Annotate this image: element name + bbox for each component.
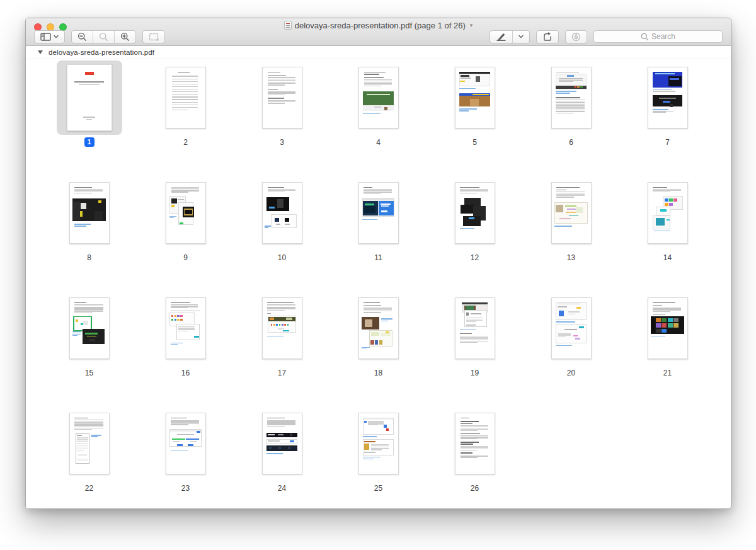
- page-thumbnail-21[interactable]: 21: [619, 291, 716, 378]
- page-preview[interactable]: [358, 413, 399, 474]
- crop-button[interactable]: [142, 30, 165, 43]
- page-thumbnail-26[interactable]: 26: [427, 406, 523, 493]
- page-preview[interactable]: [262, 413, 302, 474]
- highlight-button[interactable]: [490, 31, 513, 43]
- title-chevron-down-icon[interactable]: ▾: [470, 22, 473, 28]
- page-number: 25: [374, 483, 384, 493]
- page-thumbnail-18[interactable]: 18: [330, 291, 427, 378]
- page-thumbnail-24[interactable]: 24: [234, 406, 330, 493]
- page-thumbnail-9[interactable]: 9: [137, 176, 234, 263]
- thumbnail-frame: [249, 60, 315, 135]
- page-preview[interactable]: [69, 413, 110, 474]
- page-preview[interactable]: [69, 297, 110, 359]
- page-number: 11: [374, 253, 384, 263]
- page-preview[interactable]: [166, 182, 206, 244]
- zoom-in-button[interactable]: [115, 31, 135, 43]
- page-number: 6: [566, 137, 576, 147]
- thumbnail-frame: [346, 176, 411, 250]
- page-thumbnail-1[interactable]: 1: [41, 60, 137, 147]
- highlight-menu-button[interactable]: [513, 31, 529, 43]
- page-thumbnail-8[interactable]: 8: [41, 176, 137, 263]
- chevron-down-icon: [518, 35, 524, 38]
- page-thumbnail-25[interactable]: 25: [330, 406, 427, 493]
- page-preview[interactable]: [455, 67, 495, 129]
- thumbnail-frame: [442, 291, 508, 365]
- page-thumbnail-15[interactable]: 15: [41, 291, 137, 378]
- page-number: 21: [663, 368, 673, 378]
- page-number: 26: [470, 483, 480, 493]
- zoom-out-button[interactable]: [72, 31, 93, 43]
- page-thumbnail-5[interactable]: 5: [427, 60, 523, 147]
- thumbnail-grid: 1234567891011121314151617181920212223242…: [41, 60, 731, 493]
- page-thumbnail-7[interactable]: 7: [619, 60, 716, 147]
- thumbnail-frame: [57, 406, 122, 481]
- page-number: 12: [470, 253, 480, 263]
- page-preview[interactable]: [551, 182, 592, 244]
- page-preview[interactable]: [262, 67, 302, 129]
- page-preview[interactable]: [358, 67, 399, 129]
- page-number: 14: [663, 253, 673, 263]
- page-preview[interactable]: [262, 182, 302, 244]
- page-number: 10: [277, 253, 287, 263]
- page-number: 5: [470, 137, 480, 147]
- page-thumbnail-20[interactable]: 20: [523, 291, 619, 378]
- page-thumbnail-13[interactable]: 13: [523, 176, 619, 263]
- page-thumbnail-17[interactable]: 17: [234, 291, 330, 378]
- page-preview[interactable]: [455, 413, 495, 474]
- page-thumbnail-3[interactable]: 3: [234, 60, 330, 147]
- smart-zoom-button[interactable]: [93, 31, 115, 43]
- page-number: 24: [277, 483, 287, 493]
- page-thumbnail-11[interactable]: 11: [330, 176, 427, 263]
- window-title: delovaya-sreda-presentation.pdf (page 1 …: [295, 21, 466, 30]
- page-preview[interactable]: [67, 64, 112, 131]
- document-bar: delovaya-sreda-presentation.pdf: [26, 46, 731, 59]
- page-preview[interactable]: [648, 297, 688, 359]
- page-preview[interactable]: [262, 297, 302, 359]
- thumbnail-frame: [539, 60, 604, 135]
- page-preview[interactable]: [648, 182, 688, 244]
- page-thumbnail-12[interactable]: 12: [427, 176, 523, 263]
- page-thumbnail-14[interactable]: 14: [619, 176, 716, 263]
- chevron-down-icon: [54, 35, 59, 38]
- search-placeholder: Search: [651, 32, 675, 41]
- search-icon: [641, 33, 649, 41]
- thumbnail-frame: [153, 176, 219, 250]
- page-preview[interactable]: [69, 182, 110, 244]
- page-number: 2: [181, 137, 191, 147]
- page-preview[interactable]: [551, 297, 592, 359]
- highlight-controls: [490, 30, 530, 43]
- sidebar-toggle-icon: [40, 33, 51, 41]
- page-thumbnail-4[interactable]: 4: [330, 60, 427, 147]
- rotate-button[interactable]: [536, 30, 559, 43]
- page-thumbnail-23[interactable]: 23: [137, 406, 234, 493]
- page-preview[interactable]: [551, 67, 592, 129]
- page-thumbnail-2[interactable]: 2: [137, 60, 234, 147]
- page-thumbnail-10[interactable]: 10: [234, 176, 330, 263]
- page-thumbnail-6[interactable]: 6: [523, 60, 619, 147]
- page-preview[interactable]: [455, 182, 495, 244]
- page-thumbnail-22[interactable]: 22: [41, 406, 137, 493]
- rotate-left-icon: [542, 32, 553, 41]
- sidebar-view-button[interactable]: [34, 30, 65, 43]
- selected-page-badge: 1: [84, 137, 94, 147]
- page-preview[interactable]: [166, 413, 206, 474]
- page-preview[interactable]: [648, 67, 688, 129]
- page-preview[interactable]: [358, 297, 399, 359]
- page-number: 16: [181, 368, 191, 378]
- page-thumbnail-19[interactable]: 19: [427, 291, 523, 378]
- pdf-doc-icon[interactable]: [284, 21, 292, 30]
- thumbnail-frame: [346, 406, 411, 481]
- page-preview[interactable]: [455, 297, 495, 359]
- page-thumbnail-16[interactable]: 16: [137, 291, 234, 378]
- page-preview[interactable]: [166, 67, 206, 129]
- window-title-area: delovaya-sreda-presentation.pdf (page 1 …: [26, 20, 731, 30]
- thumbnail-frame: [442, 60, 508, 135]
- markup-toolbar-button[interactable]: [565, 30, 587, 43]
- page-preview[interactable]: [166, 297, 206, 359]
- thumbnail-frame: [442, 176, 508, 250]
- disclosure-triangle-icon[interactable]: [38, 50, 43, 54]
- page-preview[interactable]: [358, 182, 399, 244]
- search-input[interactable]: Search: [593, 30, 723, 43]
- thumbnail-frame: [539, 176, 604, 250]
- thumbnail-frame: [635, 176, 701, 250]
